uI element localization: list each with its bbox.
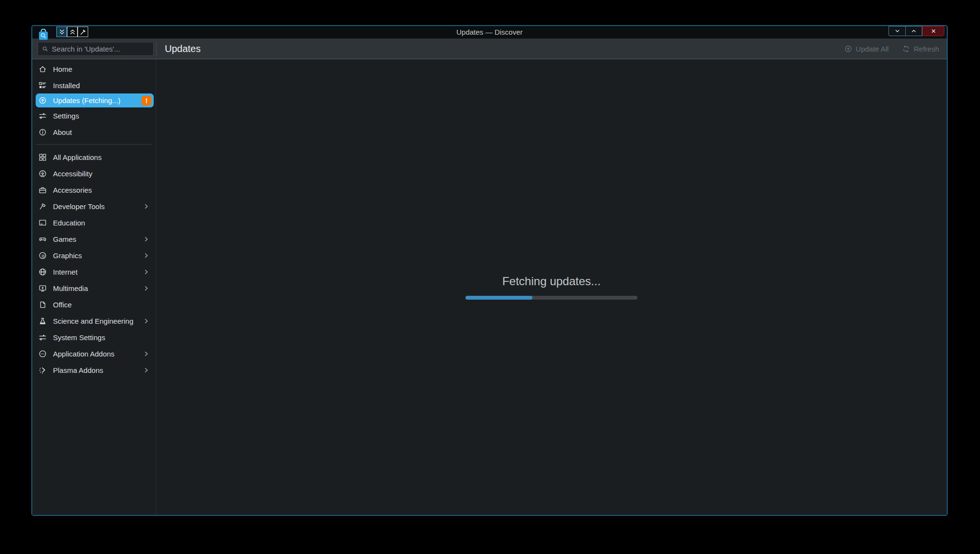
sidebar-item-label: Accessories xyxy=(53,186,156,194)
sidebar-item-label: Updates (Fetching...) xyxy=(53,96,142,105)
pin-button[interactable] xyxy=(78,26,88,37)
accessibility-icon xyxy=(39,170,47,178)
graphics-icon xyxy=(39,251,47,260)
sidebar-item-label: Games xyxy=(53,235,143,243)
chevron-right-icon xyxy=(143,317,150,325)
sidebar-item-all-applications[interactable]: All Applications xyxy=(32,149,156,165)
sidebar-item-system-settings[interactable]: System Settings xyxy=(32,329,156,345)
keep-above-icon xyxy=(69,28,76,36)
application-addons-icon xyxy=(39,350,47,358)
page-title: Updates xyxy=(165,39,201,59)
sidebar-item-label: Installed xyxy=(53,81,156,90)
maximize-icon xyxy=(910,27,917,35)
discover-window: Updates — Discover Updates xyxy=(31,25,948,516)
updates-badge: ! xyxy=(142,96,151,106)
chevron-right-icon xyxy=(143,236,150,243)
sidebar-item-accessories[interactable]: Accessories xyxy=(32,182,156,198)
sidebar-item-label: All Applications xyxy=(53,153,156,161)
minimize-button[interactable] xyxy=(888,26,905,36)
sidebar-item-installed[interactable]: Installed xyxy=(32,77,156,93)
close-button[interactable] xyxy=(922,26,944,36)
maximize-button[interactable] xyxy=(905,26,922,36)
chevron-right-icon xyxy=(143,268,150,276)
update-all-icon xyxy=(844,45,852,53)
search-icon xyxy=(42,45,49,53)
window-title: Updates — Discover xyxy=(32,26,947,39)
about-icon xyxy=(39,128,47,136)
search-field[interactable] xyxy=(38,42,154,56)
sidebar-item-updates[interactable]: Updates (Fetching...) ! xyxy=(36,93,154,107)
sidebar: Home Installed Updates (Fetching...) ! S… xyxy=(32,59,156,515)
office-icon xyxy=(39,301,47,309)
refresh-button[interactable]: Refresh xyxy=(902,45,939,53)
sidebar-item-label: Science and Engineering xyxy=(53,317,143,325)
sidebar-item-label: Plasma Addons xyxy=(53,366,143,374)
search-input[interactable] xyxy=(52,45,149,53)
update-all-button[interactable]: Update All xyxy=(844,45,888,53)
update-all-label: Update All xyxy=(856,45,888,53)
settings-icon xyxy=(39,112,47,120)
discover-app-icon xyxy=(37,27,50,42)
internet-icon xyxy=(39,268,47,276)
header-bar: Updates Update All Refresh xyxy=(32,39,947,59)
sidebar-item-games[interactable]: Games xyxy=(32,231,156,247)
sidebar-item-graphics[interactable]: Graphics xyxy=(32,247,156,264)
sidebar-item-education[interactable]: Education xyxy=(32,214,156,231)
chevron-right-icon xyxy=(143,350,150,357)
refresh-icon xyxy=(902,45,910,53)
sidebar-item-label: Education xyxy=(53,219,156,227)
sidebar-item-label: Accessibility xyxy=(53,170,156,178)
sidebar-item-developer-tools[interactable]: Developer Tools xyxy=(32,198,156,214)
sidebar-item-science-and-engineering[interactable]: Science and Engineering xyxy=(32,313,156,329)
refresh-label: Refresh xyxy=(914,45,939,53)
home-icon xyxy=(39,65,47,73)
main-content: Fetching updates... xyxy=(156,59,947,515)
pin-icon xyxy=(79,28,87,36)
sidebar-item-label: Home xyxy=(53,65,156,73)
sidebar-item-plasma-addons[interactable]: Plasma Addons xyxy=(32,362,156,378)
sidebar-item-application-addons[interactable]: Application Addons xyxy=(32,345,156,362)
sidebar-item-multimedia[interactable]: Multimedia xyxy=(32,280,156,296)
sidebar-item-label: Office xyxy=(53,301,156,309)
chevron-right-icon xyxy=(143,203,150,210)
fetching-status-text: Fetching updates... xyxy=(502,275,600,288)
sidebar-item-internet[interactable]: Internet xyxy=(32,264,156,280)
progress-bar xyxy=(465,296,637,300)
science-icon xyxy=(39,317,47,325)
chevron-right-icon xyxy=(143,285,150,292)
sidebar-item-label: Multimedia xyxy=(53,284,143,292)
close-icon xyxy=(930,27,937,35)
accessories-icon xyxy=(39,186,47,194)
sidebar-item-label: Graphics xyxy=(53,251,143,260)
updates-icon xyxy=(39,96,47,105)
sidebar-item-label: Application Addons xyxy=(53,350,143,358)
sidebar-item-settings[interactable]: Settings xyxy=(32,107,156,124)
sidebar-item-label: System Settings xyxy=(53,333,156,342)
developer-tools-icon xyxy=(39,202,47,211)
keep-above-button[interactable] xyxy=(67,26,78,37)
sidebar-item-office[interactable]: Office xyxy=(32,296,156,313)
titlebar[interactable]: Updates — Discover xyxy=(32,26,947,39)
keep-below-icon xyxy=(58,28,66,36)
games-icon xyxy=(39,235,47,243)
sidebar-item-about[interactable]: About xyxy=(32,124,156,140)
chevron-right-icon xyxy=(143,252,150,259)
system-settings-icon xyxy=(39,333,47,342)
sidebar-separator xyxy=(36,144,152,145)
progress-fill xyxy=(465,296,532,300)
sidebar-item-accessibility[interactable]: Accessibility xyxy=(32,165,156,182)
sidebar-item-label: About xyxy=(53,128,156,136)
sidebar-item-home[interactable]: Home xyxy=(32,61,156,77)
keep-below-button[interactable] xyxy=(56,26,67,37)
installed-icon xyxy=(39,81,47,90)
minimize-icon xyxy=(894,27,901,35)
all-applications-icon xyxy=(39,153,47,161)
education-icon xyxy=(39,219,47,227)
sidebar-item-label: Developer Tools xyxy=(53,202,143,211)
multimedia-icon xyxy=(39,284,47,292)
sidebar-item-label: Internet xyxy=(53,268,143,276)
plasma-addons-icon xyxy=(39,366,47,374)
header-separator xyxy=(156,41,157,56)
chevron-right-icon xyxy=(143,367,150,374)
sidebar-item-label: Settings xyxy=(53,112,156,120)
